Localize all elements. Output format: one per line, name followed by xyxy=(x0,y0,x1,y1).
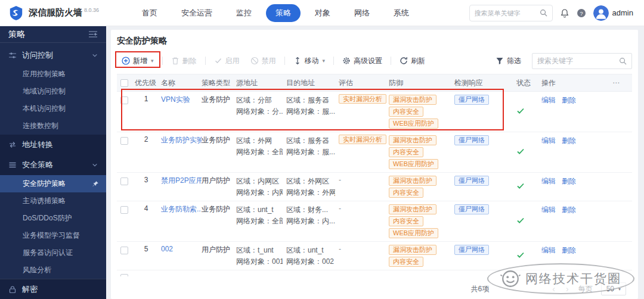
notifications-bell-icon[interactable] xyxy=(560,8,569,18)
sidebar-item-label: 应用控制策略 xyxy=(23,69,99,79)
edit-link[interactable]: 编辑 xyxy=(541,96,556,104)
address-line: 网络对象：内网 xyxy=(236,187,283,198)
defense-tag: 内容安全 xyxy=(389,188,423,198)
sidebar-item[interactable]: 业务模型学习监督 xyxy=(0,227,106,244)
table-row: 3禁用P2P应用用户防护区域：内网区网络对象：内网区域：外网区网络对象：外网-漏… xyxy=(117,173,632,201)
table-search-input[interactable] xyxy=(537,57,619,65)
access-control-icon xyxy=(8,51,17,60)
advanced-settings-button[interactable]: 高级设置 xyxy=(338,54,387,68)
detect-cell: 僵尸网络 xyxy=(454,95,516,105)
row-checkbox-cell xyxy=(117,95,135,104)
policy-name-link[interactable]: 业务防护实验 xyxy=(161,135,202,145)
policy-name-link[interactable]: 002 xyxy=(161,245,202,253)
edit-link[interactable]: 编辑 xyxy=(541,177,556,185)
nav-item-4[interactable]: 对象 xyxy=(305,4,340,22)
policy-name-link[interactable]: 业务防勒索... xyxy=(161,204,202,214)
row-checkbox[interactable] xyxy=(120,137,128,145)
nav-item-1[interactable]: 安全运营 xyxy=(172,4,222,22)
move-button[interactable]: 移动▾ xyxy=(289,54,330,68)
sidebar-item[interactable]: 连接数控制 xyxy=(0,117,106,135)
menu-search-input[interactable] xyxy=(475,10,540,17)
delete-link[interactable]: 删除 xyxy=(562,136,576,145)
sidebar-item[interactable]: 风险分析 xyxy=(0,261,106,279)
chevron-down-icon xyxy=(92,162,98,168)
sidebar-item[interactable]: DoS/DDoS防护 xyxy=(0,210,106,227)
row-checkbox[interactable] xyxy=(120,247,128,254)
row-checkbox[interactable] xyxy=(120,96,128,104)
sidebar-group-label: 安全策略 xyxy=(22,160,86,170)
select-all-checkbox[interactable] xyxy=(120,79,128,87)
table-search[interactable] xyxy=(532,53,632,69)
edit-link[interactable]: 编辑 xyxy=(541,205,556,214)
collapse-sidebar-icon[interactable] xyxy=(88,30,98,38)
menu-search[interactable] xyxy=(469,5,553,21)
search-icon[interactable] xyxy=(619,57,627,65)
more-columns-icon[interactable]: ⋯ xyxy=(612,79,620,87)
sidebar-group[interactable]: 安全策略 xyxy=(0,155,106,175)
username[interactable]: admin xyxy=(612,8,633,17)
dest-address-cell: 区域：服务器网络对象：服... xyxy=(286,135,339,157)
search-icon[interactable] xyxy=(540,9,547,17)
refresh-button-label: 刷新 xyxy=(411,56,425,66)
assess-tag: 实时漏洞分析 xyxy=(339,94,386,104)
table-row: 4业务防勒索...业务防护区域：unt_t网络对象：全部区域：财务...网络对象… xyxy=(117,201,632,242)
sidebar-item[interactable]: 主动诱捕策略 xyxy=(0,192,106,210)
sidebar-item-label: 本机访问控制 xyxy=(23,104,99,114)
assess-tag: 实时漏洞分析 xyxy=(339,135,386,144)
nav-item-2[interactable]: 监控 xyxy=(227,4,261,22)
defense-tag: 漏洞攻击防护 xyxy=(389,95,436,105)
delete-link[interactable]: 删除 xyxy=(562,177,576,185)
sidebar-group[interactable]: 地址转换 xyxy=(0,135,106,155)
edit-link[interactable]: 编辑 xyxy=(541,136,556,145)
nav-item-0[interactable]: 首页 xyxy=(132,4,167,22)
trash-icon xyxy=(171,57,179,65)
address-line: 网络对象：002 xyxy=(286,256,335,267)
toolbar-right: 筛选 xyxy=(491,53,632,69)
nav-item-6[interactable]: 系统 xyxy=(384,4,419,22)
defense-cell: 漏洞攻击防护内容安全 xyxy=(389,176,454,198)
sidebar-item-footer[interactable]: 解密 xyxy=(0,279,106,299)
policy-name-link[interactable]: 禁用P2P应用 xyxy=(161,176,202,186)
row-checkbox[interactable] xyxy=(120,206,128,214)
sidebar-item[interactable]: 服务器访问认证 xyxy=(0,244,106,261)
delete-button-label: 删除 xyxy=(182,56,197,66)
sidebar-item[interactable]: 地域访问控制 xyxy=(0,83,106,100)
disable-button[interactable]: 禁用 xyxy=(246,54,281,68)
nav-item-5[interactable]: 网络 xyxy=(345,4,379,22)
detect-tag: 僵尸网络 xyxy=(454,95,489,105)
check-icon xyxy=(516,107,525,115)
funnel-icon xyxy=(496,57,504,65)
watermark-logo-icon xyxy=(500,269,521,289)
empty-value: - xyxy=(339,176,341,184)
table-header: 优先级名称策略类型源地址目的地址评估防御检测响应状态操作⋯ xyxy=(117,74,632,92)
refresh-button[interactable]: 刷新 xyxy=(395,54,430,68)
nav-item-3[interactable]: 策略 xyxy=(266,4,301,22)
caret-down-icon: ▾ xyxy=(151,58,154,64)
sidebar-group[interactable]: 访问控制 xyxy=(0,45,106,66)
address-line: 区域：内网区 xyxy=(236,176,283,187)
delete-link[interactable]: 删除 xyxy=(562,246,576,254)
address-line: 区域：unt_t xyxy=(286,245,335,256)
sidebar-item[interactable]: 安全防护策略 xyxy=(0,175,106,192)
detect-cell: 僵尸网络 xyxy=(454,176,516,186)
delete-link[interactable]: 删除 xyxy=(562,205,576,214)
delete-link[interactable]: 删除 xyxy=(562,96,576,104)
avatar[interactable] xyxy=(593,5,609,21)
enable-button[interactable]: 启用 xyxy=(209,54,244,68)
row-checkbox-cell xyxy=(117,176,135,185)
filter-button[interactable]: 筛选 xyxy=(491,54,526,68)
sidebar-item[interactable]: 应用控制策略 xyxy=(0,66,106,83)
edit-link[interactable]: 编辑 xyxy=(541,246,556,254)
sidebar-item[interactable]: 本机访问控制 xyxy=(0,100,106,117)
policy-type-cell: 用户防护 xyxy=(202,176,236,186)
policy-name-link[interactable]: VPN实验 xyxy=(161,95,202,105)
check-icon xyxy=(516,147,525,155)
delete-button[interactable]: 删除 xyxy=(166,54,202,68)
user-menu[interactable]: admin xyxy=(593,5,633,21)
app-logo-icon xyxy=(8,5,24,21)
help-icon[interactable]: ? xyxy=(577,8,586,18)
row-checkbox[interactable] xyxy=(120,177,128,185)
priority-cell: 5 xyxy=(135,245,161,253)
svg-text:?: ? xyxy=(580,10,583,16)
add-button[interactable]: 新增▾ xyxy=(117,54,159,68)
